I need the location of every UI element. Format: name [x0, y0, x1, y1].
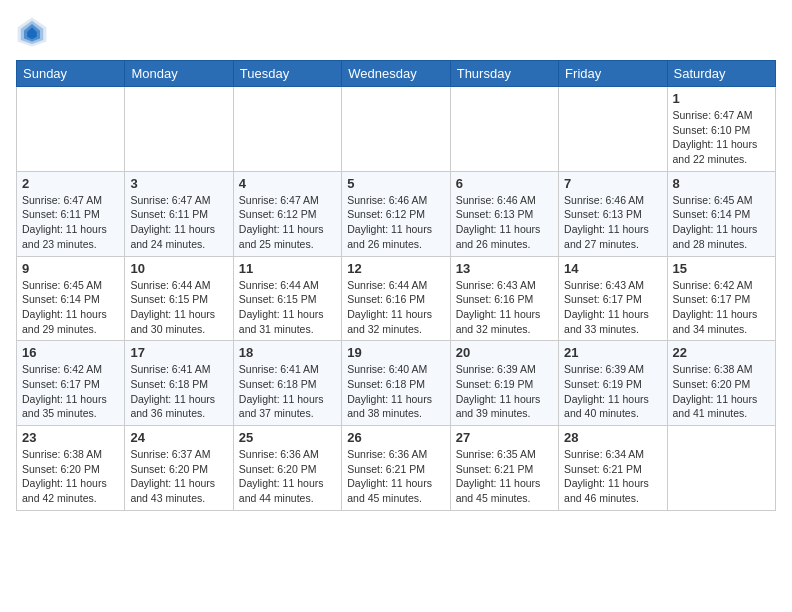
day-number: 14: [564, 261, 661, 276]
calendar-cell: 22Sunrise: 6:38 AM Sunset: 6:20 PM Dayli…: [667, 341, 775, 426]
calendar-cell: 13Sunrise: 6:43 AM Sunset: 6:16 PM Dayli…: [450, 256, 558, 341]
day-info: Sunrise: 6:47 AM Sunset: 6:11 PM Dayligh…: [22, 193, 119, 252]
calendar-cell: 5Sunrise: 6:46 AM Sunset: 6:12 PM Daylig…: [342, 171, 450, 256]
day-number: 23: [22, 430, 119, 445]
calendar-cell: 19Sunrise: 6:40 AM Sunset: 6:18 PM Dayli…: [342, 341, 450, 426]
calendar-cell: 6Sunrise: 6:46 AM Sunset: 6:13 PM Daylig…: [450, 171, 558, 256]
calendar-cell: 11Sunrise: 6:44 AM Sunset: 6:15 PM Dayli…: [233, 256, 341, 341]
calendar-cell: 18Sunrise: 6:41 AM Sunset: 6:18 PM Dayli…: [233, 341, 341, 426]
calendar: SundayMondayTuesdayWednesdayThursdayFrid…: [16, 60, 776, 511]
day-number: 15: [673, 261, 770, 276]
day-info: Sunrise: 6:47 AM Sunset: 6:11 PM Dayligh…: [130, 193, 227, 252]
day-number: 17: [130, 345, 227, 360]
day-info: Sunrise: 6:35 AM Sunset: 6:21 PM Dayligh…: [456, 447, 553, 506]
calendar-cell: 16Sunrise: 6:42 AM Sunset: 6:17 PM Dayli…: [17, 341, 125, 426]
day-number: 24: [130, 430, 227, 445]
calendar-cell: 28Sunrise: 6:34 AM Sunset: 6:21 PM Dayli…: [559, 426, 667, 511]
day-number: 12: [347, 261, 444, 276]
day-of-week-header: Saturday: [667, 61, 775, 87]
calendar-header-row: SundayMondayTuesdayWednesdayThursdayFrid…: [17, 61, 776, 87]
logo-icon: [16, 16, 48, 48]
calendar-cell: 20Sunrise: 6:39 AM Sunset: 6:19 PM Dayli…: [450, 341, 558, 426]
day-of-week-header: Thursday: [450, 61, 558, 87]
day-of-week-header: Sunday: [17, 61, 125, 87]
calendar-cell: 2Sunrise: 6:47 AM Sunset: 6:11 PM Daylig…: [17, 171, 125, 256]
calendar-cell: [17, 87, 125, 172]
day-info: Sunrise: 6:42 AM Sunset: 6:17 PM Dayligh…: [22, 362, 119, 421]
calendar-cell: 4Sunrise: 6:47 AM Sunset: 6:12 PM Daylig…: [233, 171, 341, 256]
calendar-cell: 25Sunrise: 6:36 AM Sunset: 6:20 PM Dayli…: [233, 426, 341, 511]
day-number: 11: [239, 261, 336, 276]
calendar-cell: [125, 87, 233, 172]
calendar-cell: 12Sunrise: 6:44 AM Sunset: 6:16 PM Dayli…: [342, 256, 450, 341]
page-header: [16, 16, 776, 48]
day-number: 10: [130, 261, 227, 276]
day-number: 16: [22, 345, 119, 360]
calendar-week-row: 1Sunrise: 6:47 AM Sunset: 6:10 PM Daylig…: [17, 87, 776, 172]
calendar-cell: 15Sunrise: 6:42 AM Sunset: 6:17 PM Dayli…: [667, 256, 775, 341]
day-info: Sunrise: 6:44 AM Sunset: 6:15 PM Dayligh…: [130, 278, 227, 337]
day-info: Sunrise: 6:43 AM Sunset: 6:17 PM Dayligh…: [564, 278, 661, 337]
day-number: 28: [564, 430, 661, 445]
day-number: 20: [456, 345, 553, 360]
day-info: Sunrise: 6:46 AM Sunset: 6:13 PM Dayligh…: [456, 193, 553, 252]
day-number: 19: [347, 345, 444, 360]
day-number: 7: [564, 176, 661, 191]
day-info: Sunrise: 6:40 AM Sunset: 6:18 PM Dayligh…: [347, 362, 444, 421]
day-info: Sunrise: 6:39 AM Sunset: 6:19 PM Dayligh…: [564, 362, 661, 421]
day-info: Sunrise: 6:36 AM Sunset: 6:21 PM Dayligh…: [347, 447, 444, 506]
day-of-week-header: Wednesday: [342, 61, 450, 87]
day-info: Sunrise: 6:37 AM Sunset: 6:20 PM Dayligh…: [130, 447, 227, 506]
calendar-cell: [559, 87, 667, 172]
calendar-cell: 21Sunrise: 6:39 AM Sunset: 6:19 PM Dayli…: [559, 341, 667, 426]
day-info: Sunrise: 6:41 AM Sunset: 6:18 PM Dayligh…: [130, 362, 227, 421]
calendar-cell: 3Sunrise: 6:47 AM Sunset: 6:11 PM Daylig…: [125, 171, 233, 256]
day-of-week-header: Monday: [125, 61, 233, 87]
day-info: Sunrise: 6:43 AM Sunset: 6:16 PM Dayligh…: [456, 278, 553, 337]
day-number: 13: [456, 261, 553, 276]
day-number: 22: [673, 345, 770, 360]
day-number: 9: [22, 261, 119, 276]
calendar-week-row: 2Sunrise: 6:47 AM Sunset: 6:11 PM Daylig…: [17, 171, 776, 256]
calendar-cell: [667, 426, 775, 511]
day-number: 27: [456, 430, 553, 445]
calendar-week-row: 23Sunrise: 6:38 AM Sunset: 6:20 PM Dayli…: [17, 426, 776, 511]
calendar-cell: 26Sunrise: 6:36 AM Sunset: 6:21 PM Dayli…: [342, 426, 450, 511]
day-info: Sunrise: 6:41 AM Sunset: 6:18 PM Dayligh…: [239, 362, 336, 421]
day-info: Sunrise: 6:42 AM Sunset: 6:17 PM Dayligh…: [673, 278, 770, 337]
day-info: Sunrise: 6:46 AM Sunset: 6:12 PM Dayligh…: [347, 193, 444, 252]
calendar-cell: 14Sunrise: 6:43 AM Sunset: 6:17 PM Dayli…: [559, 256, 667, 341]
calendar-cell: 9Sunrise: 6:45 AM Sunset: 6:14 PM Daylig…: [17, 256, 125, 341]
calendar-cell: [450, 87, 558, 172]
calendar-cell: 7Sunrise: 6:46 AM Sunset: 6:13 PM Daylig…: [559, 171, 667, 256]
calendar-cell: [342, 87, 450, 172]
day-info: Sunrise: 6:36 AM Sunset: 6:20 PM Dayligh…: [239, 447, 336, 506]
day-info: Sunrise: 6:47 AM Sunset: 6:12 PM Dayligh…: [239, 193, 336, 252]
logo: [16, 16, 52, 48]
day-info: Sunrise: 6:46 AM Sunset: 6:13 PM Dayligh…: [564, 193, 661, 252]
day-of-week-header: Friday: [559, 61, 667, 87]
calendar-cell: [233, 87, 341, 172]
day-info: Sunrise: 6:44 AM Sunset: 6:15 PM Dayligh…: [239, 278, 336, 337]
day-number: 4: [239, 176, 336, 191]
calendar-cell: 27Sunrise: 6:35 AM Sunset: 6:21 PM Dayli…: [450, 426, 558, 511]
day-info: Sunrise: 6:44 AM Sunset: 6:16 PM Dayligh…: [347, 278, 444, 337]
calendar-cell: 8Sunrise: 6:45 AM Sunset: 6:14 PM Daylig…: [667, 171, 775, 256]
day-number: 5: [347, 176, 444, 191]
calendar-cell: 10Sunrise: 6:44 AM Sunset: 6:15 PM Dayli…: [125, 256, 233, 341]
day-number: 18: [239, 345, 336, 360]
day-number: 25: [239, 430, 336, 445]
calendar-cell: 23Sunrise: 6:38 AM Sunset: 6:20 PM Dayli…: [17, 426, 125, 511]
day-info: Sunrise: 6:39 AM Sunset: 6:19 PM Dayligh…: [456, 362, 553, 421]
day-info: Sunrise: 6:47 AM Sunset: 6:10 PM Dayligh…: [673, 108, 770, 167]
day-number: 26: [347, 430, 444, 445]
day-number: 6: [456, 176, 553, 191]
day-info: Sunrise: 6:38 AM Sunset: 6:20 PM Dayligh…: [22, 447, 119, 506]
calendar-cell: 17Sunrise: 6:41 AM Sunset: 6:18 PM Dayli…: [125, 341, 233, 426]
day-number: 1: [673, 91, 770, 106]
calendar-week-row: 16Sunrise: 6:42 AM Sunset: 6:17 PM Dayli…: [17, 341, 776, 426]
day-info: Sunrise: 6:38 AM Sunset: 6:20 PM Dayligh…: [673, 362, 770, 421]
day-info: Sunrise: 6:45 AM Sunset: 6:14 PM Dayligh…: [22, 278, 119, 337]
day-info: Sunrise: 6:45 AM Sunset: 6:14 PM Dayligh…: [673, 193, 770, 252]
day-number: 21: [564, 345, 661, 360]
